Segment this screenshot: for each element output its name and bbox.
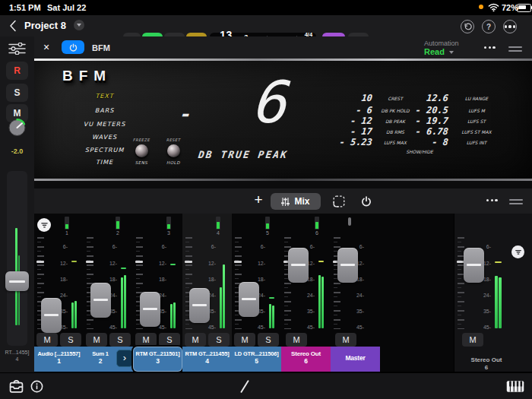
logic-ipad-app: 1:51 PM Sat Jul 22 72% Project 8 (0, 0, 532, 399)
automation-label: Automation (424, 40, 459, 47)
channel-nameplate[interactable]: Sum 12 › (84, 347, 133, 372)
solo-button[interactable]: S (208, 333, 230, 347)
mixer-filter-button[interactable] (37, 218, 51, 232)
bfm-menu-bars[interactable]: BARS (68, 107, 141, 114)
mute-button[interactable]: M (286, 333, 307, 347)
mix-label: Mix (294, 196, 309, 207)
reading-value: - 20.5 (402, 105, 448, 116)
help-button[interactable]: ? (482, 20, 496, 33)
channel-nameplate[interactable]: RTM GT...211455]4 (182, 347, 232, 372)
overview-number: 1 (59, 230, 74, 236)
fader-handle[interactable] (189, 288, 210, 323)
bfm-menu-text[interactable]: TEXT (68, 93, 141, 100)
reading-value: - 12 (326, 116, 372, 126)
bfm-logo: BFM (62, 68, 112, 84)
pinned-channel-label[interactable]: Stereo Out 6 (454, 356, 519, 372)
drag-handle[interactable] (508, 44, 522, 54)
mix-view-button[interactable]: Mix (271, 193, 321, 210)
solo-button[interactable]: S (6, 84, 28, 102)
channel-sidebar: R S M -2.0 RT...1455] 4 (0, 36, 35, 372)
mute-button[interactable]: M (335, 333, 356, 347)
chevron-down-icon (449, 51, 454, 54)
plugin-more-button[interactable] (484, 46, 496, 49)
peak-tick (121, 268, 126, 269)
fader-handle[interactable] (90, 283, 111, 318)
undo-button[interactable] (461, 20, 474, 33)
plugin-power-button[interactable] (62, 40, 84, 54)
mute-button[interactable]: M (185, 333, 206, 347)
fader-handle[interactable] (41, 298, 62, 333)
gain-value[interactable]: -2.0 (0, 147, 34, 155)
reading-value: 12.6 (402, 93, 448, 103)
bypass-button[interactable] (354, 193, 378, 210)
mixer-more-button[interactable] (486, 199, 498, 201)
mute-button[interactable]: M (86, 333, 107, 347)
project-title[interactable]: Project 8 (24, 20, 66, 31)
mute-button[interactable]: M (234, 333, 255, 347)
sens-label: SENS (126, 160, 157, 165)
ellipsis-icon (505, 25, 516, 27)
channel-nameplate[interactable]: LD GTR...211506]5 (232, 347, 281, 372)
mic-indicator-dot (479, 5, 483, 9)
solo-button[interactable]: S (60, 333, 81, 347)
bfm-menu-vu-meters[interactable]: VU METERS (68, 121, 141, 128)
transport-bar: Project 8 0 13 3 3 012 120.0 4 (0, 15, 532, 37)
pan-knob[interactable] (6, 116, 28, 138)
bfm-menu-spectrum[interactable]: SPECTRUM (68, 147, 141, 154)
fader-handle[interactable] (239, 282, 259, 317)
level-meter (272, 306, 274, 328)
overview-meter-1 (65, 217, 69, 230)
solo-button[interactable]: S (258, 333, 279, 347)
wifi-icon (488, 2, 499, 12)
chevron-down-icon (77, 24, 81, 27)
info-icon[interactable] (30, 380, 43, 393)
close-icon[interactable]: × (43, 41, 49, 53)
pinned-filter-button[interactable] (511, 245, 524, 258)
mixer-drag-handle[interactable] (509, 197, 523, 207)
sens-knob[interactable] (135, 144, 148, 157)
solo-button[interactable]: S (159, 333, 180, 347)
fader-handle[interactable] (288, 248, 309, 283)
fader-handle[interactable] (464, 248, 484, 283)
overview-scrollbar[interactable] (348, 217, 351, 226)
channel-nameplate-selected[interactable]: RTM GT...211501]3 (133, 347, 182, 372)
edit-pencil-button[interactable] (239, 379, 251, 394)
fader-handle[interactable] (337, 248, 358, 283)
channel-strip-master: 6-12-18-24-35-45- M Master (331, 214, 380, 372)
level-meter (495, 276, 498, 328)
zero-db-mark (86, 261, 93, 263)
copy-button[interactable] (327, 193, 351, 210)
record-enable-button[interactable]: R (6, 62, 28, 80)
plugin-body: BFM TEXT BARS VU METERS WAVES SPECTRUM T… (34, 59, 532, 188)
undo-icon (464, 23, 472, 31)
mute-button[interactable]: M (135, 333, 157, 347)
automation-mode[interactable]: Read (424, 47, 445, 56)
mixer-config-icon[interactable] (8, 43, 26, 55)
add-track-button[interactable]: + (249, 191, 268, 209)
channel-nameplate[interactable]: Stereo Out6 (281, 347, 331, 372)
back-chevron-icon[interactable] (9, 20, 17, 32)
reading-label: LUFS ST (453, 119, 500, 124)
expand-summing-button[interactable]: › (116, 350, 133, 367)
more-options-button[interactable] (503, 20, 517, 33)
mixer-toolbar: + Mix (34, 188, 532, 214)
level-meter (223, 264, 225, 328)
fader-handle[interactable] (140, 292, 160, 327)
level-meter (170, 304, 173, 328)
mute-button[interactable]: M (462, 333, 483, 347)
plugin-title: BFM (92, 43, 110, 52)
overview-meter-3 (166, 217, 171, 230)
level-meter (124, 275, 126, 328)
channel-nameplate[interactable]: Audio [...211557]1 (34, 347, 84, 372)
sidebar-fader-handle[interactable] (5, 271, 29, 291)
browser-icon[interactable] (9, 380, 24, 393)
mute-button[interactable]: M (36, 333, 58, 347)
zero-db-mark (135, 261, 143, 263)
solo-button[interactable]: S (109, 333, 131, 347)
play-surface-keyboard-icon[interactable] (506, 380, 524, 393)
sidebar-channel-label: RT...1455] 4 (0, 349, 34, 363)
show-hide-label[interactable]: SHOW/HIDE (389, 149, 450, 154)
hold-knob[interactable] (167, 144, 180, 157)
project-menu-button[interactable] (74, 20, 84, 30)
channel-nameplate[interactable]: Master (331, 347, 380, 372)
